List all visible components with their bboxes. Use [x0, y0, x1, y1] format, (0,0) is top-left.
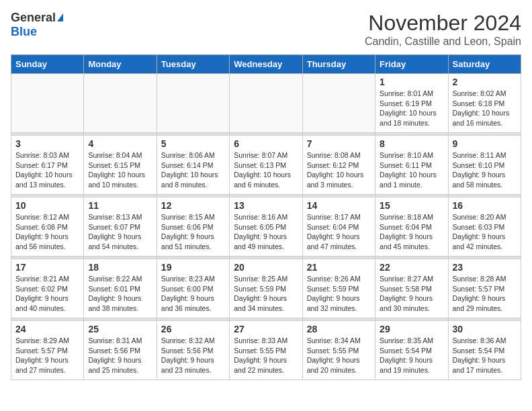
cell-day-number: 20: [234, 262, 298, 273]
calendar-cell: [157, 74, 229, 133]
cell-info: Sunrise: 8:06 AM Sunset: 6:14 PM Dayligh…: [161, 150, 225, 190]
cell-info: Sunrise: 8:15 AM Sunset: 6:06 PM Dayligh…: [161, 212, 225, 252]
logo-general: General: [11, 11, 56, 25]
cell-day-number: 3: [15, 138, 79, 149]
calendar-cell: 23Sunrise: 8:28 AM Sunset: 5:57 PM Dayli…: [448, 259, 521, 318]
cell-info: Sunrise: 8:25 AM Sunset: 5:59 PM Dayligh…: [234, 274, 298, 314]
cell-info: Sunrise: 8:28 AM Sunset: 5:57 PM Dayligh…: [453, 274, 517, 314]
cell-day-number: 6: [234, 138, 298, 149]
cell-info: Sunrise: 8:35 AM Sunset: 5:54 PM Dayligh…: [380, 336, 443, 375]
day-header-thursday: Thursday: [302, 55, 375, 74]
cell-info: Sunrise: 8:07 AM Sunset: 6:13 PM Dayligh…: [234, 150, 298, 190]
calendar-cell: 12Sunrise: 8:15 AM Sunset: 6:06 PM Dayli…: [157, 197, 229, 257]
cell-day-number: 22: [380, 262, 443, 273]
week-row-1: 1Sunrise: 8:01 AM Sunset: 6:19 PM Daylig…: [11, 74, 521, 133]
cell-day-number: 11: [88, 200, 152, 211]
cell-info: Sunrise: 8:03 AM Sunset: 6:17 PM Dayligh…: [15, 150, 79, 190]
calendar-cell: 7Sunrise: 8:08 AM Sunset: 6:12 PM Daylig…: [302, 136, 375, 195]
cell-day-number: 29: [380, 324, 443, 334]
calendar-cell: 20Sunrise: 8:25 AM Sunset: 5:59 PM Dayli…: [230, 259, 302, 318]
cell-info: Sunrise: 8:29 AM Sunset: 5:57 PM Dayligh…: [15, 336, 79, 375]
calendar-cell: 25Sunrise: 8:31 AM Sunset: 5:56 PM Dayli…: [84, 321, 157, 380]
cell-day-number: 4: [88, 138, 152, 149]
month-title: November 2024: [365, 11, 521, 36]
calendar-cell: 19Sunrise: 8:23 AM Sunset: 6:00 PM Dayli…: [157, 259, 229, 318]
cell-info: Sunrise: 8:21 AM Sunset: 6:02 PM Dayligh…: [15, 274, 79, 314]
cell-day-number: 1: [380, 77, 443, 87]
days-header-row: SundayMondayTuesdayWednesdayThursdayFrid…: [11, 55, 521, 74]
header: General Blue November 2024 Candin, Casti…: [11, 11, 521, 48]
cell-info: Sunrise: 8:34 AM Sunset: 5:55 PM Dayligh…: [307, 336, 371, 375]
cell-day-number: 10: [15, 200, 79, 211]
cell-info: Sunrise: 8:08 AM Sunset: 6:12 PM Dayligh…: [307, 150, 371, 190]
cell-day-number: 8: [380, 138, 443, 149]
cell-day-number: 14: [307, 200, 371, 211]
calendar-cell: 11Sunrise: 8:13 AM Sunset: 6:07 PM Dayli…: [84, 197, 157, 257]
calendar-cell: [11, 74, 84, 133]
logo-triangle-icon: [57, 13, 63, 21]
week-row-5: 24Sunrise: 8:29 AM Sunset: 5:57 PM Dayli…: [11, 321, 521, 380]
calendar-cell: 30Sunrise: 8:36 AM Sunset: 5:54 PM Dayli…: [448, 321, 521, 380]
cell-day-number: 23: [453, 262, 517, 273]
calendar-cell: [230, 74, 302, 133]
day-header-tuesday: Tuesday: [157, 55, 229, 74]
cell-day-number: 26: [161, 324, 225, 334]
cell-day-number: 2: [453, 77, 517, 87]
cell-info: Sunrise: 8:17 AM Sunset: 6:04 PM Dayligh…: [307, 212, 371, 252]
cell-day-number: 30: [453, 324, 517, 334]
calendar-cell: 21Sunrise: 8:26 AM Sunset: 5:59 PM Dayli…: [302, 259, 375, 318]
cell-day-number: 16: [453, 200, 517, 211]
calendar-cell: 28Sunrise: 8:34 AM Sunset: 5:55 PM Dayli…: [302, 321, 375, 380]
day-header-saturday: Saturday: [448, 55, 521, 74]
cell-day-number: 9: [453, 138, 517, 149]
calendar-cell: 26Sunrise: 8:32 AM Sunset: 5:56 PM Dayli…: [157, 321, 229, 380]
cell-info: Sunrise: 8:11 AM Sunset: 6:10 PM Dayligh…: [453, 150, 517, 190]
calendar-cell: 14Sunrise: 8:17 AM Sunset: 6:04 PM Dayli…: [302, 197, 375, 257]
day-header-wednesday: Wednesday: [230, 55, 302, 74]
week-row-4: 17Sunrise: 8:21 AM Sunset: 6:02 PM Dayli…: [11, 259, 521, 318]
cell-day-number: 12: [161, 200, 225, 211]
calendar-cell: 15Sunrise: 8:18 AM Sunset: 6:04 PM Dayli…: [375, 197, 448, 257]
cell-info: Sunrise: 8:20 AM Sunset: 6:03 PM Dayligh…: [453, 212, 517, 252]
week-row-3: 10Sunrise: 8:12 AM Sunset: 6:08 PM Dayli…: [11, 197, 521, 257]
title-section: November 2024 Candin, Castille and Leon,…: [365, 11, 521, 48]
calendar-cell: 13Sunrise: 8:16 AM Sunset: 6:05 PM Dayli…: [230, 197, 302, 257]
cell-day-number: 21: [307, 262, 371, 273]
cell-info: Sunrise: 8:27 AM Sunset: 5:58 PM Dayligh…: [380, 274, 443, 314]
cell-info: Sunrise: 8:33 AM Sunset: 5:55 PM Dayligh…: [234, 336, 298, 375]
location-title: Candin, Castille and Leon, Spain: [365, 36, 521, 48]
day-header-sunday: Sunday: [11, 55, 84, 74]
calendar-cell: 1Sunrise: 8:01 AM Sunset: 6:19 PM Daylig…: [375, 74, 448, 133]
cell-day-number: 24: [15, 324, 79, 334]
cell-info: Sunrise: 8:12 AM Sunset: 6:08 PM Dayligh…: [15, 212, 79, 252]
cell-info: Sunrise: 8:02 AM Sunset: 6:18 PM Dayligh…: [453, 89, 517, 128]
calendar-cell: 17Sunrise: 8:21 AM Sunset: 6:02 PM Dayli…: [11, 259, 84, 318]
calendar-cell: 24Sunrise: 8:29 AM Sunset: 5:57 PM Dayli…: [11, 321, 84, 380]
logo: General Blue: [11, 11, 63, 39]
cell-day-number: 25: [88, 324, 152, 334]
calendar-cell: 3Sunrise: 8:03 AM Sunset: 6:17 PM Daylig…: [11, 136, 84, 195]
cell-day-number: 7: [307, 138, 371, 149]
calendar-cell: 10Sunrise: 8:12 AM Sunset: 6:08 PM Dayli…: [11, 197, 84, 257]
calendar-cell: 27Sunrise: 8:33 AM Sunset: 5:55 PM Dayli…: [230, 321, 302, 380]
day-header-friday: Friday: [375, 55, 448, 74]
calendar-cell: 8Sunrise: 8:10 AM Sunset: 6:11 PM Daylig…: [375, 136, 448, 195]
cell-info: Sunrise: 8:36 AM Sunset: 5:54 PM Dayligh…: [453, 336, 517, 375]
logo-blue: Blue: [11, 25, 37, 39]
calendar-cell: 16Sunrise: 8:20 AM Sunset: 6:03 PM Dayli…: [448, 197, 521, 257]
calendar-cell: [302, 74, 375, 133]
cell-info: Sunrise: 8:23 AM Sunset: 6:00 PM Dayligh…: [161, 274, 225, 314]
calendar-cell: 2Sunrise: 8:02 AM Sunset: 6:18 PM Daylig…: [448, 74, 521, 133]
cell-info: Sunrise: 8:22 AM Sunset: 6:01 PM Dayligh…: [88, 274, 152, 314]
calendar-cell: 18Sunrise: 8:22 AM Sunset: 6:01 PM Dayli…: [84, 259, 157, 318]
cell-info: Sunrise: 8:04 AM Sunset: 6:15 PM Dayligh…: [88, 150, 152, 190]
cell-day-number: 18: [88, 262, 152, 273]
cell-day-number: 19: [161, 262, 225, 273]
cell-day-number: 27: [234, 324, 298, 334]
cell-day-number: 17: [15, 262, 79, 273]
calendar-cell: 22Sunrise: 8:27 AM Sunset: 5:58 PM Dayli…: [375, 259, 448, 318]
cell-info: Sunrise: 8:13 AM Sunset: 6:07 PM Dayligh…: [88, 212, 152, 252]
calendar-cell: 5Sunrise: 8:06 AM Sunset: 6:14 PM Daylig…: [157, 136, 229, 195]
calendar-cell: 29Sunrise: 8:35 AM Sunset: 5:54 PM Dayli…: [375, 321, 448, 380]
calendar-cell: [84, 74, 157, 133]
